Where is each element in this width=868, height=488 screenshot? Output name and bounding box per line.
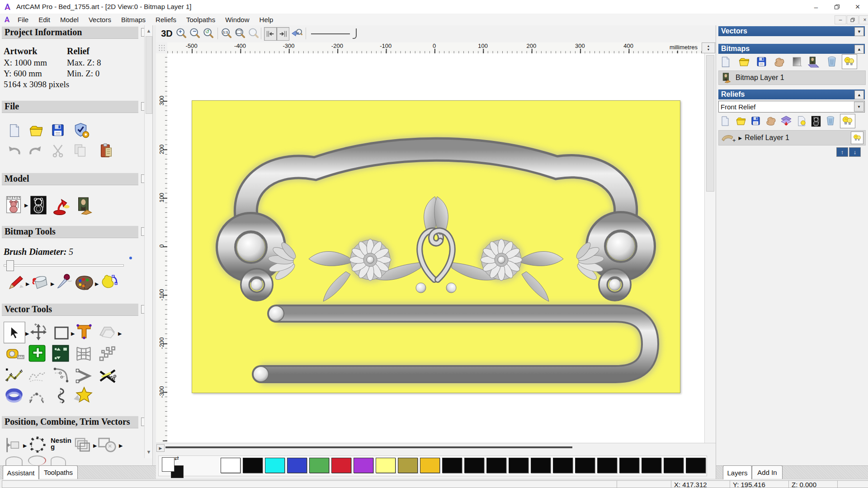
- expand-icon[interactable]: ▼: [854, 27, 864, 36]
- colour-swatch[interactable]: [309, 458, 329, 473]
- bitmap-layer-row[interactable]: Bitmap Layer 1: [718, 70, 866, 85]
- menu-item[interactable]: Model: [55, 16, 84, 23]
- colour-swatch[interactable]: [221, 458, 241, 473]
- colour-palette-icon[interactable]: [74, 275, 94, 292]
- flyout-arrow-icon[interactable]: ▶: [95, 281, 99, 287]
- paste-icon[interactable]: [99, 142, 114, 159]
- magic-wand-icon[interactable]: [99, 273, 118, 291]
- scrollbar-thumb[interactable]: [165, 446, 572, 448]
- scrollbar-thumb[interactable]: [146, 36, 152, 114]
- colour-swatch[interactable]: [354, 458, 373, 473]
- scrollbar-thumb[interactable]: [706, 55, 714, 192]
- collapse-icon[interactable]: ▲: [854, 90, 864, 99]
- fit-arcs-icon[interactable]: [27, 388, 46, 406]
- layer-properties-icon[interactable]: [797, 115, 807, 127]
- preferences-shield-icon[interactable]: [73, 122, 90, 138]
- menu-item[interactable]: Bitmaps: [116, 16, 151, 23]
- toggle-relief-visibility-button[interactable]: [840, 114, 855, 128]
- ruler-units-button[interactable]: ▲▼: [702, 42, 715, 53]
- flyout-arrow-icon[interactable]: ▶: [23, 443, 27, 449]
- colour-swatch[interactable]: [331, 458, 351, 473]
- flyout-arrow-icon[interactable]: ▶: [51, 281, 54, 287]
- reliefs-section-header[interactable]: Reliefs ▲: [718, 89, 865, 99]
- expand-layer-icon[interactable]: ▶: [739, 136, 742, 141]
- block-paste-arc-icon[interactable]: [98, 345, 117, 362]
- colour-swatch[interactable]: [509, 458, 528, 473]
- line-style-handle[interactable]: [351, 28, 359, 40]
- colour-swatch[interactable]: [486, 458, 506, 473]
- new-relief-layer-icon[interactable]: [720, 116, 731, 127]
- merge-bitmap-icon[interactable]: [773, 56, 785, 68]
- redo-icon[interactable]: [28, 145, 43, 158]
- paste-from-library-icon[interactable]: [52, 344, 70, 362]
- weld-vectors-icon[interactable]: [97, 436, 118, 454]
- colour-swatch[interactable]: [597, 458, 617, 473]
- envelope-distort-icon[interactable]: [74, 345, 93, 362]
- offset-vectors-icon[interactable]: [98, 324, 117, 341]
- merge-relief-icon[interactable]: [765, 115, 777, 127]
- menu-item[interactable]: Reliefs: [151, 16, 181, 23]
- pan-view-button[interactable]: [290, 27, 303, 40]
- greyscale-layer-icon[interactable]: [791, 56, 802, 67]
- menu-item[interactable]: Edit: [33, 16, 55, 23]
- scroll-up-icon[interactable]: ▲: [145, 28, 153, 33]
- zoom-object-button[interactable]: [247, 27, 260, 40]
- canvas-vscrollbar[interactable]: [704, 53, 716, 443]
- move-layer-up-button[interactable]: ↑: [836, 147, 848, 157]
- create-polygon-icon[interactable]: [28, 344, 46, 362]
- colour-swatch[interactable]: [265, 458, 285, 473]
- nesting-tool[interactable]: Nesting: [51, 437, 72, 450]
- menu-item[interactable]: Toolpaths: [181, 16, 220, 23]
- colour-swatch[interactable]: [442, 458, 462, 473]
- extrude-tool-icon[interactable]: [5, 387, 24, 405]
- lighting-lamp-icon[interactable]: [52, 197, 71, 215]
- menu-item[interactable]: Help: [255, 16, 278, 23]
- panel-tab[interactable]: Assistant: [3, 465, 39, 479]
- flyout-arrow-icon[interactable]: ▶: [26, 281, 29, 287]
- open-bitmap-icon[interactable]: [738, 56, 750, 68]
- copy-icon[interactable]: [72, 143, 88, 158]
- minimize-button[interactable]: –: [806, 0, 826, 14]
- panel-tab[interactable]: Layers: [723, 465, 752, 479]
- assistant-scrollbar[interactable]: ▲ ▼: [144, 25, 153, 458]
- edit-image-mona-icon[interactable]: [76, 197, 94, 215]
- toggle-all-visibility-button[interactable]: [842, 54, 857, 69]
- relief-preview-icon[interactable]: [811, 116, 821, 127]
- colour-swatch[interactable]: [619, 458, 639, 473]
- mdi-restore-button[interactable]: [847, 15, 859, 24]
- brush-diameter-slider-track[interactable]: [4, 264, 124, 267]
- collapse-icon[interactable]: ▲: [854, 45, 864, 54]
- toggle-3d-view-button[interactable]: 3D: [160, 27, 174, 40]
- colour-swatch[interactable]: [376, 458, 396, 473]
- canvas-viewport[interactable]: [167, 53, 704, 443]
- colour-picker-icon[interactable]: [55, 273, 72, 291]
- zoom-out-button[interactable]: −: [189, 27, 201, 40]
- corner-vertex-icon[interactable]: [74, 367, 93, 385]
- close-button[interactable]: ×: [847, 0, 868, 14]
- bitmap-to-layer-icon[interactable]: [807, 56, 820, 68]
- text-on-curve-icon[interactable]: [27, 435, 48, 455]
- colour-swatch[interactable]: [553, 458, 573, 473]
- line-width-preview[interactable]: [311, 33, 350, 34]
- menu-item[interactable]: Window: [220, 16, 254, 23]
- swap-colours-icon[interactable]: ⇄: [175, 455, 179, 461]
- undo-icon[interactable]: [6, 145, 22, 158]
- relief-set-dropdown[interactable]: Front Relief ▼: [718, 101, 865, 113]
- create-star-icon[interactable]: [72, 385, 93, 405]
- zoom-to-fit-button[interactable]: [234, 27, 246, 40]
- trim-vectors-icon[interactable]: [98, 366, 118, 385]
- relief-layer-row[interactable]: + ▶ Relief Layer 1: [718, 130, 866, 145]
- transform-vectors-icon[interactable]: [29, 323, 48, 342]
- colour-swatch[interactable]: [243, 458, 263, 473]
- save-bitmap-icon[interactable]: [756, 56, 767, 67]
- dropdown-arrow-icon[interactable]: ▼: [854, 102, 864, 112]
- delete-layer-icon[interactable]: [826, 56, 837, 68]
- canvas-hscrollbar[interactable]: ▶: [156, 443, 716, 452]
- measure-tool-icon[interactable]: [5, 346, 25, 363]
- colour-swatch[interactable]: [531, 458, 551, 473]
- move-layer-down-button[interactable]: ↓: [849, 147, 861, 157]
- paint-brush-icon[interactable]: [7, 274, 24, 291]
- greyscale-view-icon[interactable]: [30, 195, 47, 215]
- create-text-icon[interactable]: [75, 323, 93, 341]
- set-model-size-icon[interactable]: [5, 194, 22, 215]
